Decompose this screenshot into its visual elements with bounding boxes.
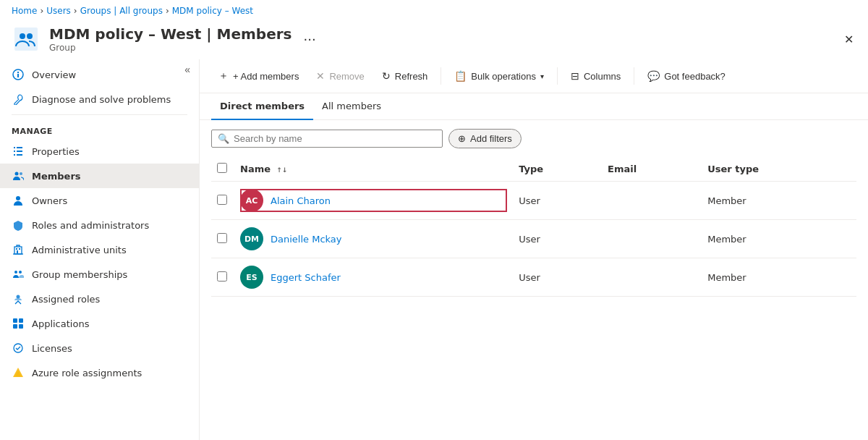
member-name-2[interactable]: Danielle Mckay [271, 234, 342, 245]
row-checkbox-cell [211, 182, 234, 220]
search-bar: 🔍 ⊕ Add filters [200, 120, 868, 157]
group-icon [12, 25, 41, 54]
sidebar-collapse-btn[interactable]: « [182, 62, 193, 77]
row-email-cell [602, 182, 702, 220]
info-icon [12, 68, 25, 81]
add-filters-button[interactable]: ⊕ Add filters [448, 129, 522, 148]
sidebar-item-assigned-roles[interactable]: Assigned roles [0, 287, 199, 311]
search-icon: 🔍 [218, 133, 229, 144]
wrench-icon [12, 93, 25, 106]
sidebar-item-group-memberships[interactable]: Group memberships [0, 262, 199, 287]
columns-button[interactable]: ⊟ Columns [563, 66, 628, 86]
sidebar-item-admin-units[interactable]: Administrative units [0, 237, 199, 262]
list-icon [12, 145, 25, 158]
avatar-3: ES [240, 266, 263, 289]
svg-rect-11 [17, 154, 22, 156]
roles-icon [12, 292, 25, 305]
sidebar-section-manage: Manage [0, 118, 199, 139]
select-all-checkbox[interactable] [217, 163, 227, 173]
page-subtitle: Group [49, 43, 292, 53]
tabs-bar: Direct members All members [200, 93, 868, 120]
svg-rect-7 [14, 151, 15, 152]
toolbar: ＋ + Add members ✕ Remove ↻ Refresh 📋 Bul… [200, 59, 868, 93]
table-header-row: Name ↑↓ Type Email User type [211, 157, 856, 182]
sidebar-item-diagnose[interactable]: Diagnose and solve problems [0, 87, 199, 111]
toolbar-divider-3 [634, 67, 634, 85]
person-icon [12, 194, 25, 207]
table-row: DMDanielle MckayUserMember [211, 220, 856, 258]
row-user-type-cell: Member [702, 182, 856, 220]
filter-icon: ⊕ [458, 133, 466, 144]
sidebar-item-overview[interactable]: Overview [0, 62, 199, 87]
svg-point-2 [27, 33, 33, 39]
row-checkbox-3[interactable] [217, 271, 227, 282]
refresh-button[interactable]: ↻ Refresh [375, 66, 435, 86]
toolbar-divider-2 [557, 67, 558, 85]
row-type-cell: User [513, 220, 602, 258]
breadcrumb-users[interactable]: Users [46, 6, 71, 16]
tab-all-members[interactable]: All members [313, 93, 390, 120]
columns-icon: ⊟ [571, 70, 579, 82]
bulk-icon: 📋 [454, 70, 467, 82]
sidebar-label-azure-roles: Azure role assignments [32, 368, 142, 378]
breadcrumb-home[interactable]: Home [12, 6, 37, 16]
building-icon [12, 243, 25, 256]
sidebar-label-roles: Roles and administrators [32, 220, 149, 231]
row-name-cell: ESEggert Schafer [234, 258, 513, 297]
bulk-operations-button[interactable]: 📋 Bulk operations ▾ [447, 66, 551, 86]
sidebar-label-licenses: Licenses [32, 343, 72, 354]
svg-rect-23 [19, 318, 23, 323]
people-icon [12, 169, 25, 182]
breadcrumb-mdm[interactable]: MDM policy – West [172, 6, 253, 16]
feedback-icon: 💬 [647, 70, 660, 82]
row-checkbox-1[interactable] [217, 195, 227, 205]
sidebar-item-azure-roles[interactable]: Azure role assignments [0, 360, 199, 385]
sidebar-item-roles[interactable]: Roles and administrators [0, 213, 199, 237]
svg-point-14 [16, 196, 20, 200]
svg-rect-16 [17, 250, 18, 253]
svg-rect-18 [19, 248, 20, 250]
toolbar-divider-1 [441, 67, 441, 85]
select-all-header [211, 157, 234, 182]
sidebar-item-licenses[interactable]: Licenses [0, 336, 199, 360]
sidebar-item-applications[interactable]: Applications [0, 311, 199, 336]
license-icon [12, 342, 25, 355]
member-name-1[interactable]: Alain Charon [271, 195, 331, 206]
close-button[interactable]: ✕ [841, 30, 856, 49]
col-name[interactable]: Name ↑↓ [234, 157, 513, 182]
svg-rect-6 [14, 147, 15, 148]
col-email: Email [602, 157, 702, 182]
sidebar-item-properties[interactable]: Properties [0, 139, 199, 164]
header-ellipsis-btn[interactable]: ··· [304, 32, 316, 47]
refresh-icon: ↻ [382, 70, 391, 82]
svg-rect-0 [14, 28, 38, 51]
sidebar-label-admin-units: Administrative units [32, 245, 127, 255]
add-members-button[interactable]: ＋ + Add members [211, 65, 306, 87]
page-title: MDM policy – West | Members [49, 25, 292, 43]
search-input-wrap: 🔍 [211, 130, 443, 148]
member-name-3[interactable]: Eggert Schafer [271, 272, 341, 283]
sidebar-label-members: Members [32, 171, 81, 182]
table-row: ESEggert SchaferUserMember [211, 258, 856, 297]
svg-point-19 [14, 271, 17, 274]
remove-button[interactable]: ✕ Remove [309, 66, 371, 86]
breadcrumb-all-groups[interactable]: Groups | All groups [80, 6, 163, 16]
search-input[interactable] [234, 133, 436, 144]
row-email-cell [602, 220, 702, 258]
sidebar-item-members[interactable]: Members [0, 164, 199, 188]
row-type-cell: User [513, 258, 602, 297]
tab-direct-members[interactable]: Direct members [211, 93, 313, 120]
svg-point-12 [15, 172, 19, 176]
row-checkbox-2[interactable] [217, 233, 227, 243]
sidebar-label-owners: Owners [32, 195, 67, 206]
apps-icon [12, 317, 25, 330]
sidebar-item-owners[interactable]: Owners [0, 188, 199, 213]
sidebar-label-diagnose: Diagnose and solve problems [32, 94, 171, 105]
svg-rect-24 [13, 324, 17, 329]
sidebar: « Overview Diagnose and solve problems M… [0, 59, 200, 440]
sidebar-label-applications: Applications [32, 318, 89, 329]
feedback-button[interactable]: 💬 Got feedback? [640, 66, 733, 86]
members-table: Name ↑↓ Type Email User type [211, 157, 856, 297]
svg-rect-10 [17, 151, 22, 152]
page-header-text: MDM policy – West | Members Group [49, 25, 292, 53]
